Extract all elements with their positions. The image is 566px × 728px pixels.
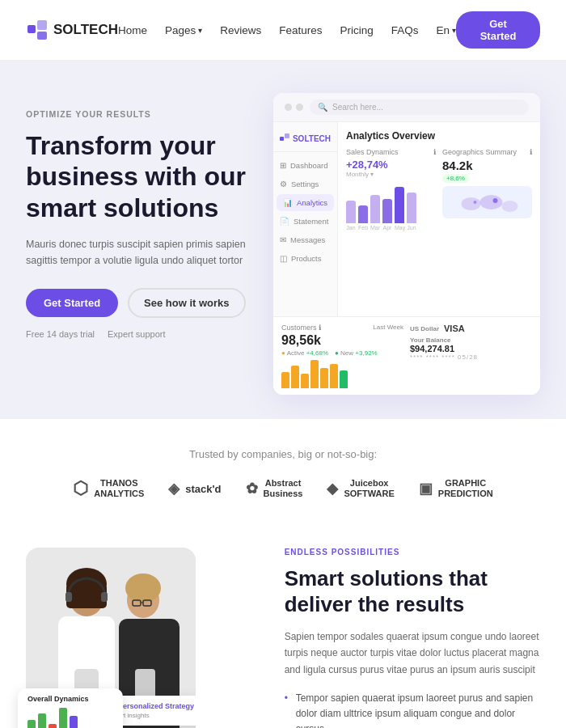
customers-stats: ● Active +4,68% ● New +3,92% bbox=[281, 349, 403, 357]
geo-panel: Geographics Summary ℹ 84.2k +8,6% bbox=[442, 148, 532, 231]
dynamics-chart-card: Overall Dynamics Q1Q2Q3Q4Q5 bbox=[18, 688, 123, 728]
sales-bar-2 bbox=[358, 205, 368, 223]
sidebar-item-analytics[interactable]: 📊 Analytics bbox=[277, 194, 334, 211]
geo-info-icon: ℹ bbox=[530, 148, 532, 156]
sales-value: +28,74% bbox=[346, 159, 436, 171]
trusted-title: Trusted by companies, big or not-so-big: bbox=[26, 448, 540, 460]
nav-features[interactable]: Features bbox=[279, 24, 322, 36]
cc-bar-1 bbox=[27, 720, 36, 728]
cc-bar-4 bbox=[59, 708, 67, 728]
hero-right: 🔍 Search here... SOLTECH ⊞ Dashboard bbox=[273, 101, 540, 395]
visa-logo: VISA bbox=[444, 324, 465, 333]
sidebar-item-settings[interactable]: ⚙ Settings bbox=[273, 176, 337, 193]
navbar: SOLTECH Home Pages▾ Reviews Features Pri… bbox=[0, 0, 566, 61]
analytics-icon: 📊 bbox=[283, 198, 293, 207]
hero-overline: OPTIMIZE YOUR RESULTS bbox=[26, 109, 257, 119]
sidebar-item-statement[interactable]: 📄 Statement bbox=[273, 213, 337, 230]
nav-links: Home Pages▾ Reviews Features Pricing FAQ… bbox=[118, 24, 456, 36]
dashboard-main: Analytics Overview Sales Dynamics ℹ +28,… bbox=[338, 122, 540, 316]
svg-rect-15 bbox=[65, 592, 72, 602]
dot-1 bbox=[285, 104, 292, 111]
stackd-icon: ◈ bbox=[168, 480, 180, 497]
nav-cta-button[interactable]: Get Started bbox=[456, 11, 540, 49]
hero-get-started-button[interactable]: Get Started bbox=[26, 289, 118, 317]
sales-bar-1 bbox=[346, 201, 356, 223]
info-icon: ℹ bbox=[433, 148, 436, 156]
cc-bar-2 bbox=[38, 713, 46, 728]
logo-text: SOLTECH bbox=[53, 22, 118, 38]
nav-reviews[interactable]: Reviews bbox=[220, 24, 261, 36]
abstract-label: AbstractBusiness bbox=[264, 478, 303, 499]
features-bullets: Tempor sapien quaerat ipsum laoreet puru… bbox=[285, 691, 540, 728]
svg-point-8 bbox=[493, 198, 498, 203]
abstract-icon: ✿ bbox=[246, 480, 258, 497]
svg-rect-16 bbox=[101, 592, 108, 602]
logo-thanos: ⬡ THANOSANALYTICS bbox=[73, 478, 144, 499]
currency-label: US Dollar bbox=[410, 325, 439, 332]
dashboard-body: SOLTECH ⊞ Dashboard ⚙ Settings 📊 Analyti… bbox=[273, 122, 540, 316]
sales-bar-5 bbox=[395, 187, 404, 223]
svg-rect-4 bbox=[285, 133, 289, 138]
messages-icon: ✉ bbox=[280, 235, 286, 244]
nav-pricing[interactable]: Pricing bbox=[340, 24, 374, 36]
graphic-icon: ▣ bbox=[419, 480, 433, 497]
hero-trial-note: Free 14 days trial bbox=[26, 329, 95, 339]
svg-rect-3 bbox=[280, 137, 284, 141]
sales-bar-4 bbox=[382, 199, 392, 223]
graphic-label: GRAPHICPREDICTION bbox=[438, 478, 493, 499]
dashboard-search[interactable]: 🔍 Search here... bbox=[310, 99, 529, 115]
geo-value: 84.2k bbox=[442, 159, 532, 172]
card-number: **** **** **** 05/28 bbox=[410, 353, 532, 361]
sidebar-item-messages[interactable]: ✉ Messages bbox=[273, 231, 337, 248]
nav-faqs[interactable]: FAQs bbox=[391, 24, 419, 36]
hero-subtitle: Mauris donec turpis suscipit sapien prim… bbox=[26, 236, 252, 269]
features-overline: ENDLESS POSSIBILITIES bbox=[285, 548, 540, 557]
cust-bar-5 bbox=[320, 368, 328, 388]
balance-value: $94,274.81 bbox=[410, 344, 532, 353]
svg-point-6 bbox=[480, 195, 503, 210]
sales-label: Sales Dynamics ℹ bbox=[346, 148, 436, 156]
hero-section: OPTIMIZE YOUR RESULTS Transform your bus… bbox=[0, 61, 566, 419]
sidebar-logo: SOLTECH bbox=[273, 130, 337, 152]
hero-support-note: Expert support bbox=[108, 329, 166, 339]
sidebar-logo-text: SOLTECH bbox=[293, 134, 331, 143]
cust-bar-1 bbox=[281, 372, 289, 388]
nav-pages[interactable]: Pages▾ bbox=[165, 24, 202, 36]
bullet-1: Tempor sapien quaerat ipsum laoreet puru… bbox=[285, 691, 540, 728]
logo[interactable]: SOLTECH bbox=[26, 19, 118, 41]
nav-home[interactable]: Home bbox=[118, 24, 147, 36]
dot-2 bbox=[296, 104, 303, 111]
svg-point-7 bbox=[502, 201, 518, 212]
geo-badge: +8,6% bbox=[442, 174, 469, 183]
balance-label: Your Balance bbox=[410, 336, 532, 344]
sales-chart bbox=[346, 183, 436, 223]
logo-abstract: ✿ AbstractBusiness bbox=[246, 478, 303, 499]
sales-panel: Sales Dynamics ℹ +28,74% Monthly ▾ JanFe… bbox=[346, 148, 436, 231]
nav-lang[interactable]: En▾ bbox=[437, 24, 457, 36]
sales-bar-6 bbox=[407, 193, 416, 223]
customers-row: Customers ℹ Last Week 98,56k ● Active +4… bbox=[273, 316, 540, 395]
dashboard-card: 🔍 Search here... SOLTECH ⊞ Dashboard bbox=[273, 93, 540, 395]
features-subtitle: Sapien tempor sodales quaerat ipsum cong… bbox=[285, 629, 540, 678]
active-stat: ● Active +4,68% bbox=[281, 349, 328, 357]
dashboard-icon: ⊞ bbox=[280, 161, 286, 170]
customers-panel: Customers ℹ Last Week 98,56k ● Active +4… bbox=[281, 324, 403, 388]
trusted-logos: ⬡ THANOSANALYTICS ◈ stack'd ✿ AbstractBu… bbox=[26, 478, 540, 499]
dashboard-sidebar: SOLTECH ⊞ Dashboard ⚙ Settings 📊 Analyti… bbox=[273, 122, 338, 316]
hero-title: Transform your business with our smart s… bbox=[26, 130, 257, 223]
hero-left: OPTIMIZE YOUR RESULTS Transform your bus… bbox=[26, 101, 257, 339]
juicebox-label: JuiceboxSOFTWARE bbox=[344, 478, 394, 499]
statement-icon: 📄 bbox=[280, 217, 289, 226]
settings-icon: ⚙ bbox=[280, 180, 287, 188]
dashboard-main-title: Analytics Overview bbox=[346, 130, 532, 142]
stackd-label: stack'd bbox=[185, 483, 221, 495]
pages-arrow-icon: ▾ bbox=[198, 26, 202, 35]
chart-card-title: Overall Dynamics bbox=[27, 695, 113, 703]
products-icon: ◫ bbox=[280, 254, 287, 263]
sales-period: Monthly ▾ bbox=[346, 171, 436, 178]
sidebar-item-dashboard[interactable]: ⊞ Dashboard bbox=[273, 157, 337, 174]
sidebar-item-products[interactable]: ◫ Products bbox=[273, 250, 337, 267]
cust-bar-7 bbox=[340, 370, 348, 388]
customers-label: Customers ℹ Last Week bbox=[281, 324, 403, 332]
hero-how-it-works-button[interactable]: See how it works bbox=[128, 288, 245, 318]
